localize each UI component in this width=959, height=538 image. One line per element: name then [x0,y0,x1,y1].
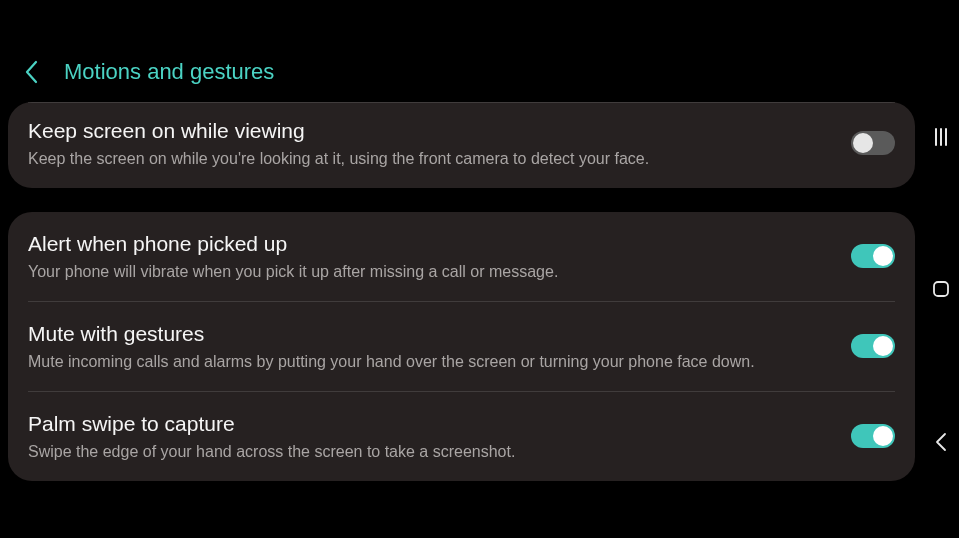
home-icon [932,280,950,298]
nav-back[interactable] [934,432,948,452]
toggle-mute-gestures[interactable] [851,334,895,358]
setting-title: Alert when phone picked up [28,230,831,257]
system-nav-bar [923,42,959,482]
page-title: Motions and gestures [64,59,274,85]
setting-desc: Your phone will vibrate when you pick it… [28,261,831,283]
toggle-keep-screen-on[interactable] [851,131,895,155]
setting-title: Palm swipe to capture [28,410,831,437]
svg-rect-0 [934,282,948,296]
settings-group-2: Alert when phone picked up Your phone wi… [8,212,915,481]
back-button[interactable] [18,58,46,86]
setting-palm-swipe[interactable]: Palm swipe to capture Swipe the edge of … [28,391,895,481]
toggle-alert-pickup[interactable] [851,244,895,268]
setting-alert-pickup[interactable]: Alert when phone picked up Your phone wi… [28,212,895,301]
setting-title: Mute with gestures [28,320,831,347]
nav-home[interactable] [932,280,950,298]
chevron-left-icon [23,59,41,85]
setting-mute-gestures[interactable]: Mute with gestures Mute incoming calls a… [28,301,895,391]
setting-desc: Mute incoming calls and alarms by puttin… [28,351,831,373]
settings-group-1: Keep screen on while viewing Keep the sc… [8,102,915,188]
nav-recent-apps[interactable] [935,128,947,146]
setting-desc: Keep the screen on while you're looking … [28,148,831,170]
header: Motions and gestures [0,42,923,102]
recent-apps-icon [935,128,947,146]
toggle-palm-swipe[interactable] [851,424,895,448]
setting-title: Keep screen on while viewing [28,117,831,144]
setting-keep-screen-on[interactable]: Keep screen on while viewing Keep the sc… [28,102,895,188]
back-icon [934,432,948,452]
setting-desc: Swipe the edge of your hand across the s… [28,441,831,463]
